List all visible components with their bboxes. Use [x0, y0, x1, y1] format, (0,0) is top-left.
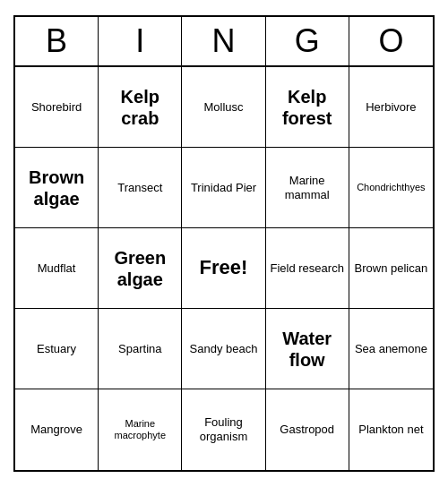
bingo-cell: Plankton net [349, 389, 433, 470]
bingo-grid: ShorebirdKelp crabMolluscKelp forestHerb… [15, 67, 433, 470]
bingo-header-letter: B [15, 17, 99, 65]
bingo-card: BINGO ShorebirdKelp crabMolluscKelp fore… [13, 15, 435, 472]
bingo-cell: Kelp forest [266, 67, 349, 148]
bingo-cell: Spartina [99, 309, 182, 389]
bingo-cell: Free! [182, 228, 265, 309]
bingo-cell: Marine macrophyte [99, 389, 182, 470]
bingo-header-letter: O [349, 17, 433, 65]
bingo-cell: Estuary [15, 309, 99, 389]
bingo-header: BINGO [15, 17, 433, 67]
bingo-cell: Field research [266, 228, 349, 309]
bingo-cell: Sandy beach [182, 309, 265, 389]
bingo-cell: Shorebird [15, 67, 99, 148]
bingo-cell: Kelp crab [99, 67, 182, 148]
bingo-cell: Fouling organism [182, 389, 265, 470]
bingo-cell: Trinidad Pier [182, 148, 265, 228]
bingo-cell: Gastropod [266, 389, 349, 470]
bingo-header-letter: G [266, 17, 349, 65]
bingo-cell: Mudflat [15, 228, 99, 309]
bingo-cell: Water flow [266, 309, 349, 389]
bingo-cell: Brown algae [15, 148, 99, 228]
bingo-cell: Mollusc [182, 67, 265, 148]
bingo-cell: Transect [99, 148, 182, 228]
bingo-header-letter: I [99, 17, 182, 65]
bingo-cell: Marine mammal [266, 148, 349, 228]
bingo-cell: Herbivore [349, 67, 433, 148]
bingo-cell: Mangrove [15, 389, 99, 470]
bingo-cell: Brown pelican [349, 228, 433, 309]
bingo-header-letter: N [182, 17, 265, 65]
bingo-cell: Green algae [99, 228, 182, 309]
bingo-cell: Sea anemone [349, 309, 433, 389]
bingo-cell: Chondrichthyes [349, 148, 433, 228]
